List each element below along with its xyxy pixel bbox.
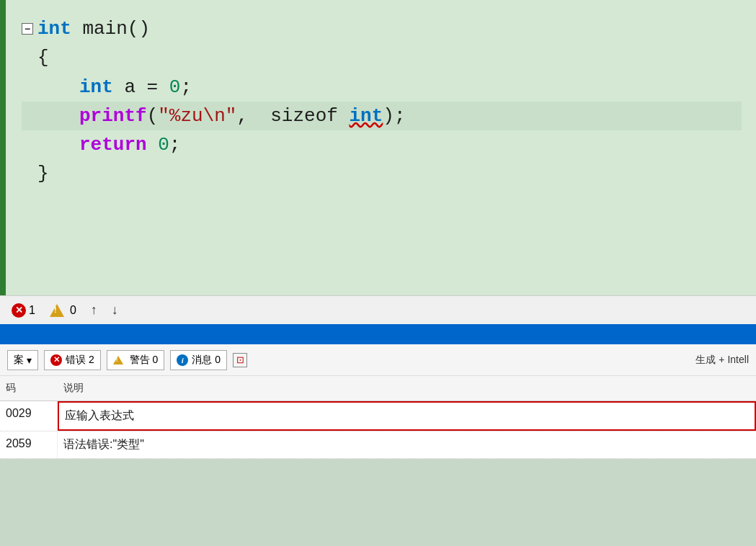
error-list: 0029 应输入表达式 2059 语法错误:"类型"	[0, 401, 756, 459]
token-int-squiggly: int	[349, 102, 383, 130]
code-line-int-a: int a = 0 ;	[22, 73, 742, 102]
col-desc-header: 说明	[58, 379, 756, 398]
token-zero2: 0	[158, 130, 169, 159]
collapse-icon[interactable]: −	[22, 23, 33, 35]
token-int2: int	[79, 73, 113, 102]
warning-icon	[50, 304, 64, 317]
code-line-return: return 0 ;	[22, 130, 742, 159]
warning-filter-button[interactable]: 警告 0	[107, 350, 165, 370]
error-count: 1	[29, 304, 35, 317]
error-code-0029: 0029	[0, 401, 58, 431]
token-format-str: "%zu\n"	[158, 102, 236, 130]
extra-filter-icon[interactable]: ⊡	[233, 353, 247, 367]
token-return: return	[79, 130, 147, 159]
error-row-2059[interactable]: 2059 语法错误:"类型"	[0, 431, 756, 459]
warning-count-group: 0	[50, 304, 76, 317]
status-bar: ✕ 1 0 ↑ ↓	[0, 295, 756, 324]
token-printf: printf	[79, 102, 147, 130]
token-space	[147, 130, 159, 159]
token-comma-sizeof: , sizeof	[236, 102, 349, 130]
error-count-group: ✕ 1	[12, 303, 35, 318]
warning-filter-icon	[113, 356, 123, 364]
token-zero: 0	[169, 73, 181, 102]
error-toolbar: 案 ▾ ✕ 错误 2 警告 0 i 消息 0 ⊡ 生成 + Intell	[0, 344, 756, 376]
warning-filter-label: 警告 0	[130, 354, 159, 367]
token-int: int	[37, 14, 71, 43]
code-editor: − int main() { int a = 0 ; printf ( "%zu…	[0, 0, 756, 295]
code-line-printf: printf ( "%zu\n" , sizeof int );	[22, 102, 742, 130]
error-icon: ✕	[12, 303, 26, 318]
token-semi1: ;	[180, 73, 192, 102]
blue-separator	[0, 324, 756, 344]
token-brace-open: {	[37, 43, 49, 72]
code-container: − int main() { int a = 0 ; printf ( "%zu…	[0, 0, 756, 203]
token-paren-open: (	[147, 102, 159, 130]
error-filter-label: 错误 2	[66, 354, 94, 367]
error-filter-button[interactable]: ✕ 错误 2	[44, 350, 101, 370]
code-line-brace-close: }	[22, 159, 742, 188]
arrow-down-button[interactable]: ↓	[112, 303, 118, 318]
token-paren-close: );	[383, 102, 405, 130]
info-filter-label: 消息 0	[192, 354, 221, 367]
col-code-header: 码	[0, 379, 58, 398]
token-main: main()	[71, 14, 150, 43]
code-line-main: − int main()	[22, 14, 742, 43]
warning-count: 0	[70, 304, 76, 317]
error-desc-0029: 应输入表达式	[58, 401, 756, 431]
error-row-0029[interactable]: 0029 应输入表达式	[0, 401, 756, 431]
error-code-2059: 2059	[0, 431, 58, 458]
filter-symbol: ⊡	[236, 354, 244, 365]
token-semi2: ;	[169, 130, 181, 159]
error-filter-icon: ✕	[50, 354, 62, 366]
token-a-equals: a =	[113, 73, 169, 102]
error-desc-2059: 语法错误:"类型"	[58, 431, 756, 458]
arrow-up-button[interactable]: ↑	[91, 303, 97, 318]
error-table-header: 码 说明	[0, 376, 756, 401]
chevron-down-icon: ▾	[27, 354, 32, 366]
info-filter-icon: i	[177, 354, 188, 366]
token-brace-close: }	[37, 159, 49, 188]
filter-dropdown[interactable]: 案 ▾	[7, 350, 38, 370]
code-line-brace-open: {	[22, 43, 742, 72]
info-filter-button[interactable]: i 消息 0	[170, 350, 227, 370]
dropdown-label: 案	[14, 354, 24, 367]
build-intellisense-button[interactable]: 生成 + Intell	[695, 354, 749, 367]
